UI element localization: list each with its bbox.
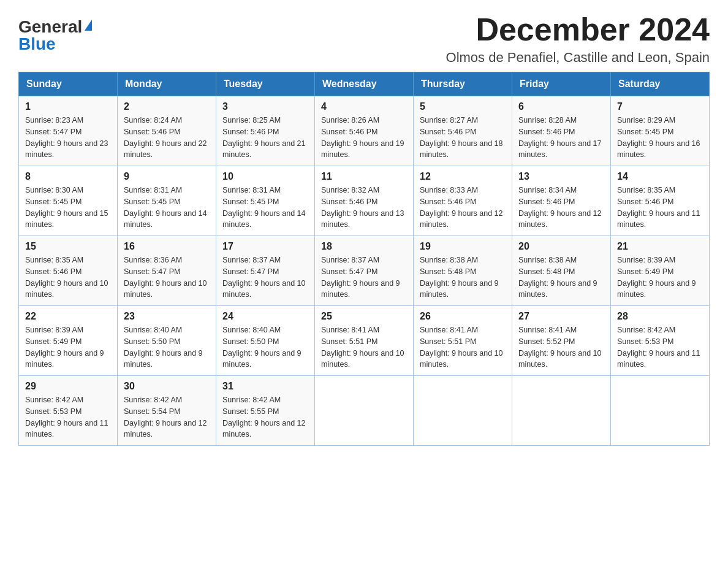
day-info: Sunrise: 8:42 AMSunset: 5:53 PMDaylight:… [25,394,111,440]
day-number: 23 [124,311,210,322]
calendar-cell [414,376,512,446]
day-info: Sunrise: 8:23 AMSunset: 5:47 PMDaylight:… [25,115,111,161]
calendar-cell: 16Sunrise: 8:36 AMSunset: 5:47 PMDayligh… [118,236,216,306]
day-info: Sunrise: 8:35 AMSunset: 5:46 PMDaylight:… [617,185,703,231]
day-info: Sunrise: 8:41 AMSunset: 5:52 PMDaylight:… [518,324,604,370]
calendar-cell: 9Sunrise: 8:31 AMSunset: 5:45 PMDaylight… [118,166,216,236]
day-info: Sunrise: 8:31 AMSunset: 5:45 PMDaylight:… [124,185,210,231]
calendar-cell [611,376,710,446]
calendar-cell: 31Sunrise: 8:42 AMSunset: 5:55 PMDayligh… [216,376,315,446]
calendar-cell: 4Sunrise: 8:26 AMSunset: 5:46 PMDaylight… [315,96,414,166]
calendar-cell: 14Sunrise: 8:35 AMSunset: 5:46 PMDayligh… [611,166,710,236]
page-header: General Blue December 2024 Olmos de Pena… [18,12,710,66]
day-info: Sunrise: 8:38 AMSunset: 5:48 PMDaylight:… [518,255,604,301]
day-number: 8 [25,171,111,182]
calendar-week-row: 8Sunrise: 8:30 AMSunset: 5:45 PMDaylight… [19,166,710,236]
day-number: 1 [25,101,111,112]
day-number: 6 [518,101,604,112]
day-number: 5 [420,101,506,112]
day-number: 25 [321,311,407,322]
day-info: Sunrise: 8:37 AMSunset: 5:47 PMDaylight:… [321,255,407,301]
day-number: 11 [321,171,407,182]
title-area: December 2024 Olmos de Penafiel, Castill… [446,12,710,66]
calendar-cell: 21Sunrise: 8:39 AMSunset: 5:49 PMDayligh… [611,236,710,306]
day-info: Sunrise: 8:27 AMSunset: 5:46 PMDaylight:… [420,115,506,161]
header-monday: Monday [118,72,216,96]
day-number: 21 [617,241,703,252]
calendar-cell: 10Sunrise: 8:31 AMSunset: 5:45 PMDayligh… [216,166,315,236]
day-info: Sunrise: 8:36 AMSunset: 5:47 PMDaylight:… [124,255,210,301]
calendar-cell: 1Sunrise: 8:23 AMSunset: 5:47 PMDaylight… [19,96,118,166]
day-number: 12 [420,171,506,182]
day-info: Sunrise: 8:25 AMSunset: 5:46 PMDaylight:… [222,115,308,161]
day-number: 18 [321,241,407,252]
calendar-cell: 3Sunrise: 8:25 AMSunset: 5:46 PMDaylight… [216,96,315,166]
header-tuesday: Tuesday [216,72,315,96]
day-number: 19 [420,241,506,252]
day-info: Sunrise: 8:40 AMSunset: 5:50 PMDaylight:… [124,324,210,370]
day-info: Sunrise: 8:39 AMSunset: 5:49 PMDaylight:… [617,255,703,301]
calendar-cell: 27Sunrise: 8:41 AMSunset: 5:52 PMDayligh… [512,306,611,376]
calendar-cell: 19Sunrise: 8:38 AMSunset: 5:48 PMDayligh… [414,236,512,306]
calendar-header-row: SundayMondayTuesdayWednesdayThursdayFrid… [19,72,710,96]
day-number: 4 [321,101,407,112]
day-number: 9 [124,171,210,182]
day-info: Sunrise: 8:31 AMSunset: 5:45 PMDaylight:… [222,185,308,231]
day-info: Sunrise: 8:39 AMSunset: 5:49 PMDaylight:… [25,324,111,370]
calendar-cell: 23Sunrise: 8:40 AMSunset: 5:50 PMDayligh… [118,306,216,376]
calendar-week-row: 22Sunrise: 8:39 AMSunset: 5:49 PMDayligh… [19,306,710,376]
day-info: Sunrise: 8:42 AMSunset: 5:54 PMDaylight:… [124,394,210,440]
calendar-cell: 7Sunrise: 8:29 AMSunset: 5:45 PMDaylight… [611,96,710,166]
calendar-cell: 15Sunrise: 8:35 AMSunset: 5:46 PMDayligh… [19,236,118,306]
logo: General Blue [18,18,92,53]
calendar-week-row: 15Sunrise: 8:35 AMSunset: 5:46 PMDayligh… [19,236,710,306]
calendar-cell: 18Sunrise: 8:37 AMSunset: 5:47 PMDayligh… [315,236,414,306]
day-info: Sunrise: 8:32 AMSunset: 5:46 PMDaylight:… [321,185,407,231]
calendar-cell [512,376,611,446]
day-info: Sunrise: 8:40 AMSunset: 5:50 PMDaylight:… [222,324,308,370]
calendar-cell: 8Sunrise: 8:30 AMSunset: 5:45 PMDaylight… [19,166,118,236]
calendar-cell: 26Sunrise: 8:41 AMSunset: 5:51 PMDayligh… [414,306,512,376]
day-number: 31 [222,381,308,392]
calendar-cell: 12Sunrise: 8:33 AMSunset: 5:46 PMDayligh… [414,166,512,236]
calendar-cell: 20Sunrise: 8:38 AMSunset: 5:48 PMDayligh… [512,236,611,306]
header-friday: Friday [512,72,611,96]
calendar-cell: 13Sunrise: 8:34 AMSunset: 5:46 PMDayligh… [512,166,611,236]
header-sunday: Sunday [19,72,118,96]
location-subtitle: Olmos de Penafiel, Castille and Leon, Sp… [446,50,710,66]
day-info: Sunrise: 8:34 AMSunset: 5:46 PMDaylight:… [518,185,604,231]
header-wednesday: Wednesday [315,72,414,96]
day-number: 22 [25,311,111,322]
day-number: 28 [617,311,703,322]
day-info: Sunrise: 8:26 AMSunset: 5:46 PMDaylight:… [321,115,407,161]
calendar-cell: 2Sunrise: 8:24 AMSunset: 5:46 PMDaylight… [118,96,216,166]
day-number: 7 [617,101,703,112]
calendar-cell: 29Sunrise: 8:42 AMSunset: 5:53 PMDayligh… [19,376,118,446]
day-number: 15 [25,241,111,252]
day-number: 16 [124,241,210,252]
day-number: 26 [420,311,506,322]
day-info: Sunrise: 8:42 AMSunset: 5:53 PMDaylight:… [617,324,703,370]
calendar-cell: 25Sunrise: 8:41 AMSunset: 5:51 PMDayligh… [315,306,414,376]
day-number: 14 [617,171,703,182]
calendar-table: SundayMondayTuesdayWednesdayThursdayFrid… [18,72,710,446]
month-title: December 2024 [446,12,710,47]
day-number: 10 [222,171,308,182]
day-info: Sunrise: 8:28 AMSunset: 5:46 PMDaylight:… [518,115,604,161]
day-info: Sunrise: 8:41 AMSunset: 5:51 PMDaylight:… [321,324,407,370]
day-number: 3 [222,101,308,112]
day-info: Sunrise: 8:24 AMSunset: 5:46 PMDaylight:… [124,115,210,161]
logo-general: General [18,18,82,36]
calendar-cell [315,376,414,446]
day-info: Sunrise: 8:41 AMSunset: 5:51 PMDaylight:… [420,324,506,370]
calendar-week-row: 29Sunrise: 8:42 AMSunset: 5:53 PMDayligh… [19,376,710,446]
calendar-cell: 30Sunrise: 8:42 AMSunset: 5:54 PMDayligh… [118,376,216,446]
day-info: Sunrise: 8:33 AMSunset: 5:46 PMDaylight:… [420,185,506,231]
day-number: 29 [25,381,111,392]
header-saturday: Saturday [611,72,710,96]
day-number: 24 [222,311,308,322]
calendar-cell: 24Sunrise: 8:40 AMSunset: 5:50 PMDayligh… [216,306,315,376]
calendar-cell: 5Sunrise: 8:27 AMSunset: 5:46 PMDaylight… [414,96,512,166]
logo-blue: Blue [18,36,56,53]
calendar-cell: 6Sunrise: 8:28 AMSunset: 5:46 PMDaylight… [512,96,611,166]
